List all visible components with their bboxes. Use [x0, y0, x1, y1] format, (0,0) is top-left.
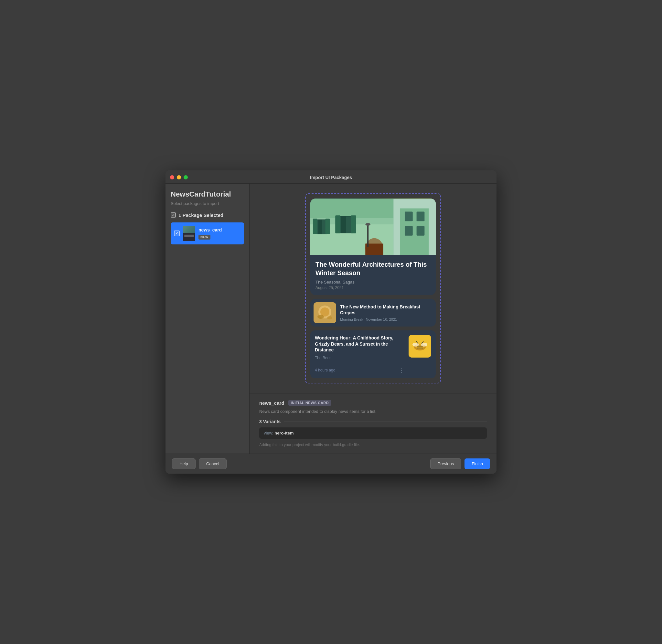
text-right-card: Wondering Hour: A Childhood Story, Grizz…	[310, 330, 436, 378]
hero-image	[310, 199, 436, 255]
info-footer-note: Adding this to your project will modify …	[259, 443, 487, 447]
thumb-line	[184, 236, 194, 237]
svg-rect-6	[326, 218, 330, 234]
svg-rect-9	[335, 215, 340, 233]
horizontal-card: The New Method to Making Breakfast Crepe…	[310, 299, 436, 326]
check-icon: ✓	[172, 213, 175, 217]
variants-label: 3 Variants	[259, 419, 487, 424]
main-layout: NewsCardTutorial Select packages to impo…	[166, 184, 496, 454]
package-badge: NEW	[198, 235, 210, 239]
svg-rect-8	[341, 216, 346, 233]
hero-date: August 25, 2021	[315, 285, 430, 290]
svg-rect-4	[318, 220, 322, 234]
horiz-source: Morning Break	[340, 318, 363, 321]
package-name: news_card	[198, 227, 241, 232]
package-selected-row: ✓ 1 Package Selected	[171, 212, 244, 218]
package-check-icon: ✓	[175, 231, 179, 235]
hero-title: The Wonderful Architectures of This Wint…	[315, 260, 430, 277]
svg-rect-5	[313, 218, 317, 234]
hero-image-svg	[310, 199, 436, 255]
text-right-footer: 4 hours ago ⋮	[315, 367, 405, 374]
thumb-lines	[183, 233, 195, 241]
project-name: NewsCardTutorial	[171, 190, 244, 199]
content-area: The Wonderful Architectures of This Wint…	[250, 184, 496, 454]
sidebar: NewsCardTutorial Select packages to impo…	[166, 184, 250, 454]
horiz-card-title: The New Method to Making Breakfast Crepe…	[340, 304, 432, 316]
package-selected-label: 1 Package Selected	[179, 212, 223, 218]
hero-source: The Seasonal Sagas	[315, 280, 430, 284]
text-right-image-svg	[408, 335, 431, 358]
thumb-line	[184, 235, 194, 236]
close-button[interactable]	[170, 175, 174, 179]
info-header: news_card INITIAL NEWS CARD	[259, 400, 487, 406]
thumb-line	[184, 234, 194, 234]
horiz-card-content: The New Method to Making Breakfast Crepe…	[340, 304, 432, 321]
cancel-button[interactable]: Cancel	[199, 458, 227, 469]
package-thumbnail	[183, 226, 195, 241]
preview-section: The Wonderful Architectures of This Wint…	[250, 184, 496, 393]
svg-rect-13	[367, 224, 369, 247]
info-description: News card component intended to display …	[259, 409, 487, 414]
hero-content: The Wonderful Architectures of This Wint…	[310, 255, 436, 295]
svg-rect-30	[417, 348, 423, 348]
svg-rect-10	[351, 215, 356, 233]
bottom-bar: Help Cancel Previous Finish	[166, 454, 496, 474]
finish-button[interactable]: Finish	[465, 458, 490, 469]
variant-value: hero-item	[275, 431, 293, 435]
titlebar: Import UI Packages	[166, 170, 496, 184]
text-right-time: 4 hours ago	[315, 368, 335, 372]
window-controls	[170, 175, 188, 179]
variant-key: view:	[264, 431, 274, 435]
horiz-card-image	[313, 302, 336, 323]
svg-rect-18	[417, 211, 425, 221]
bottom-right-actions: Previous Finish	[430, 458, 490, 469]
maximize-button[interactable]	[184, 175, 188, 179]
svg-rect-19	[405, 226, 413, 236]
svg-point-25	[327, 316, 332, 319]
previous-button[interactable]: Previous	[430, 458, 462, 469]
text-right-content: Wondering Hour: A Childhood Story, Grizz…	[315, 335, 405, 374]
package-info: news_card NEW	[198, 227, 241, 239]
minimize-button[interactable]	[177, 175, 181, 179]
text-right-image	[408, 335, 431, 358]
variants-divider	[284, 421, 487, 422]
variant-row: view: hero-item	[259, 428, 487, 439]
help-button[interactable]: Help	[172, 458, 195, 469]
bottom-left-actions: Help Cancel	[172, 458, 227, 469]
window-title: Import UI Packages	[310, 175, 352, 180]
main-window: Import UI Packages NewsCardTutorial Sele…	[166, 170, 496, 474]
svg-point-14	[365, 223, 371, 226]
svg-point-24	[317, 315, 324, 319]
info-section: news_card INITIAL NEWS CARD News card co…	[250, 393, 496, 454]
svg-rect-20	[417, 226, 425, 236]
package-checkbox[interactable]: ✓	[174, 231, 180, 236]
preview-container: The Wonderful Architectures of This Wint…	[305, 193, 441, 384]
info-package-name: news_card	[259, 400, 284, 406]
text-right-source: The Bees	[315, 355, 405, 360]
sidebar-subtitle: Select packages to import	[171, 201, 244, 206]
svg-rect-17	[405, 211, 413, 221]
package-selected-checkbox[interactable]: ✓	[171, 212, 176, 217]
more-icon[interactable]: ⋮	[399, 367, 405, 374]
thumb-image	[183, 226, 195, 233]
package-list-item[interactable]: ✓ news_card NEW	[171, 223, 244, 245]
info-badge: INITIAL NEWS CARD	[288, 400, 332, 406]
hero-card: The Wonderful Architectures of This Wint…	[310, 199, 436, 295]
horiz-card-meta: Morning Break November 10, 2021	[340, 318, 432, 321]
text-right-title: Wondering Hour: A Childhood Story, Grizz…	[315, 335, 405, 353]
horiz-image-svg	[313, 302, 336, 323]
variants-text: 3 Variants	[259, 419, 281, 424]
horiz-date: November 10, 2021	[366, 318, 397, 321]
